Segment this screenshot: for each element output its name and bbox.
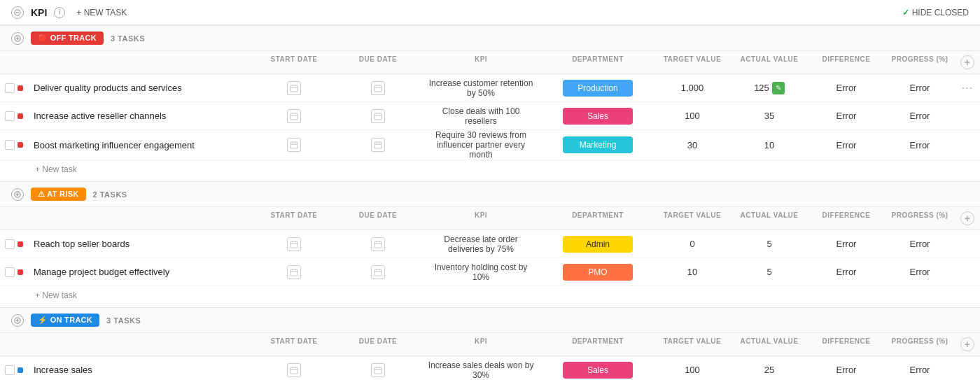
new-task-row[interactable]: + New task bbox=[0, 286, 980, 307]
start-date-icon[interactable] bbox=[287, 109, 301, 123]
more-options-btn[interactable]: ··· bbox=[955, 82, 980, 94]
start-date-icon[interactable] bbox=[287, 81, 301, 95]
col-header-check bbox=[0, 55, 28, 69]
new-task-button[interactable]: + NEW TASK bbox=[72, 6, 131, 19]
actual-value-cell: 5 bbox=[731, 239, 808, 249]
due-date-icon[interactable] bbox=[371, 138, 385, 152]
collapse-btn-at-risk[interactable] bbox=[11, 188, 24, 201]
start-date-icon[interactable] bbox=[287, 237, 301, 251]
start-date-cell[interactable] bbox=[252, 363, 336, 377]
add-col-off-track[interactable]: + bbox=[955, 55, 980, 69]
progress-cell: Error bbox=[885, 111, 955, 121]
due-date-cell[interactable] bbox=[336, 265, 420, 279]
start-date-cell[interactable] bbox=[252, 237, 336, 251]
due-date-cell[interactable] bbox=[336, 363, 420, 377]
col-header-due-date-on-track: DUE DATE bbox=[336, 337, 420, 351]
col-header-actual-value-off-track: ACTUAL VALUE bbox=[731, 55, 808, 69]
task-link-icon[interactable]: 🔗 bbox=[218, 364, 231, 377]
task-link-icon[interactable]: 🔗 bbox=[218, 266, 231, 279]
task-branch-icon[interactable]: ⑂ bbox=[203, 139, 216, 151]
due-date-cell[interactable] bbox=[336, 81, 420, 95]
task-edit-icon[interactable]: ✎ bbox=[234, 238, 246, 251]
status-badge-off-track: 🔴 OFF TRACK bbox=[31, 31, 104, 45]
actual-value-cell: 25 bbox=[731, 365, 808, 375]
dept-cell: Marketing bbox=[542, 136, 654, 153]
row-checkbox[interactable] bbox=[5, 83, 15, 93]
row-checkbox[interactable] bbox=[5, 365, 15, 375]
task-link-icon[interactable]: 🔗 bbox=[218, 82, 231, 94]
task-link-icon[interactable]: 🔗 bbox=[218, 238, 231, 251]
check-icon: ✓ bbox=[902, 8, 909, 17]
progress-cell: Error bbox=[885, 83, 955, 93]
due-date-icon[interactable] bbox=[371, 265, 385, 279]
hide-closed-button[interactable]: ✓ HIDE CLOSED bbox=[902, 8, 969, 17]
due-date-cell[interactable] bbox=[336, 237, 420, 251]
dept-cell: Sales bbox=[542, 108, 654, 125]
start-date-cell[interactable] bbox=[252, 109, 336, 123]
task-branch-icon[interactable]: ⑂ bbox=[203, 238, 216, 251]
task-name: Manage project budget effectively bbox=[34, 267, 197, 277]
collapse-btn-on-track[interactable] bbox=[11, 314, 24, 327]
due-date-cell[interactable] bbox=[336, 138, 420, 152]
kpi-cell: Require 30 reviews from influencer partn… bbox=[420, 130, 542, 160]
task-edit-icon[interactable]: ✎ bbox=[234, 364, 246, 377]
task-branch-icon[interactable]: ⑂ bbox=[203, 110, 216, 122]
start-date-cell[interactable] bbox=[252, 81, 336, 95]
task-edit-icon[interactable]: ✎ bbox=[234, 139, 246, 151]
task-branch-icon[interactable]: ⑂ bbox=[203, 364, 216, 377]
col-header-progress-(%)-on-track: PROGRESS (%) bbox=[885, 337, 955, 351]
start-date-icon[interactable] bbox=[287, 265, 301, 279]
task-edit-icon[interactable]: ✎ bbox=[234, 266, 246, 279]
actual-value-cell: 125 ✎ bbox=[731, 82, 808, 94]
due-date-icon[interactable] bbox=[371, 81, 385, 95]
new-task-row[interactable]: + New task bbox=[0, 160, 980, 181]
collapse-btn-off-track[interactable] bbox=[11, 32, 24, 45]
task-name-cell: Manage project budget effectively ⑂ 🔗 ✎ bbox=[28, 266, 252, 279]
start-date-icon[interactable] bbox=[287, 363, 301, 377]
task-name: Deliver quality products and services bbox=[34, 83, 197, 93]
col-header-actual-value-on-track: ACTUAL VALUE bbox=[731, 337, 808, 351]
edit-icon[interactable]: ✎ bbox=[772, 82, 785, 94]
task-branch-icon[interactable]: ⑂ bbox=[203, 82, 216, 94]
dept-badge: PMO bbox=[563, 264, 633, 281]
start-date-icon[interactable] bbox=[287, 138, 301, 152]
status-dot bbox=[18, 85, 23, 91]
due-date-icon[interactable] bbox=[371, 109, 385, 123]
kpi-cell: Inventory holding cost by 10% bbox=[420, 262, 542, 282]
due-date-cell[interactable] bbox=[336, 109, 420, 123]
add-col-at-risk[interactable]: + bbox=[955, 211, 980, 225]
add-col-icon-off-track[interactable]: + bbox=[960, 55, 974, 69]
task-edit-icon[interactable]: ✎ bbox=[234, 82, 246, 94]
more-options-cell[interactable]: ··· bbox=[955, 82, 980, 94]
svg-rect-9 bbox=[374, 85, 382, 92]
col-header-kpi-at-risk: KPI bbox=[420, 211, 542, 225]
col-header-difference-on-track: DIFFERENCE bbox=[808, 337, 885, 351]
col-header-task bbox=[28, 337, 252, 351]
sections-container: 🔴 OFF TRACK 3 TASKS START DATEDUE DATEKP… bbox=[0, 25, 980, 380]
due-date-icon[interactable] bbox=[371, 363, 385, 377]
target-value-cell: 30 bbox=[654, 140, 731, 150]
task-link-icon[interactable]: 🔗 bbox=[218, 110, 231, 122]
svg-rect-40 bbox=[290, 269, 298, 276]
task-edit-icon[interactable]: ✎ bbox=[234, 110, 246, 122]
col-header-check bbox=[0, 211, 28, 225]
row-checkbox[interactable] bbox=[5, 239, 15, 249]
start-date-cell[interactable] bbox=[252, 138, 336, 152]
due-date-icon[interactable] bbox=[371, 237, 385, 251]
table-row: Manage project budget effectively ⑂ 🔗 ✎ … bbox=[0, 258, 980, 286]
row-checkbox[interactable] bbox=[5, 111, 15, 121]
row-checkbox[interactable] bbox=[5, 267, 15, 277]
task-link-icon[interactable]: 🔗 bbox=[218, 139, 231, 151]
add-col-on-track[interactable]: + bbox=[955, 337, 980, 351]
add-col-icon-on-track[interactable]: + bbox=[960, 337, 974, 351]
col-header-check bbox=[0, 337, 28, 351]
info-icon[interactable]: i bbox=[54, 7, 65, 18]
row-checkbox[interactable] bbox=[5, 140, 15, 150]
start-date-cell[interactable] bbox=[252, 265, 336, 279]
col-header-progress-(%)-at-risk: PROGRESS (%) bbox=[885, 211, 955, 225]
difference-cell: Error bbox=[808, 239, 885, 249]
task-name: Boost marketing influencer engagement bbox=[34, 140, 197, 150]
add-col-icon-at-risk[interactable]: + bbox=[960, 211, 974, 225]
task-branch-icon[interactable]: ⑂ bbox=[203, 266, 216, 279]
collapse-all-btn[interactable] bbox=[11, 6, 24, 19]
